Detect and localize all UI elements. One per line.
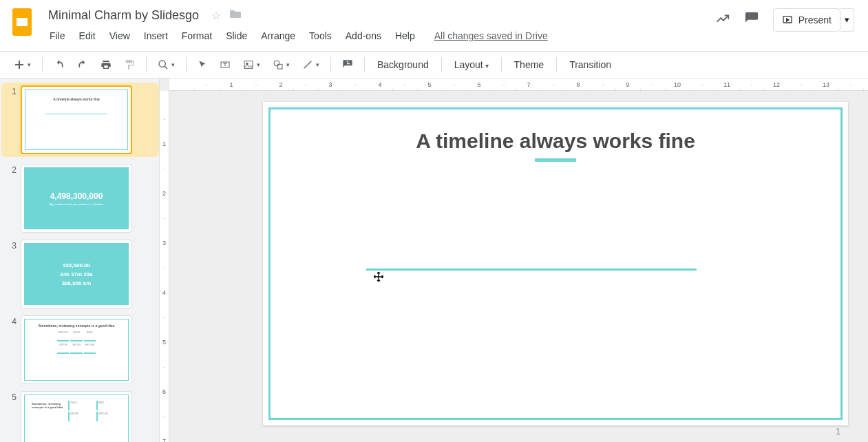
thumb-title: A timeline always works fine <box>53 97 100 101</box>
menu-addons[interactable]: Add-ons <box>340 28 387 44</box>
image-button[interactable] <box>237 55 266 74</box>
present-dropdown[interactable]: ▾ <box>840 8 854 32</box>
thumb-number: 4 <box>4 315 21 326</box>
separator <box>441 57 442 72</box>
separator <box>186 57 187 72</box>
thumb-bignum: 4,498,300,000 <box>50 191 103 201</box>
separator <box>364 57 365 72</box>
canvas-area[interactable]: ·1·2·3·4·5·6·7·8·9·10·11·12·13·14·15·16·… <box>160 78 868 442</box>
page-number: 1 <box>836 427 840 436</box>
comment-icon[interactable] <box>744 11 759 30</box>
svg-rect-12 <box>277 64 282 69</box>
thumb-line: 333,000.00 <box>63 262 90 269</box>
thumb-number: 2 <box>4 164 21 175</box>
activity-icon[interactable] <box>715 11 730 30</box>
thumb-cell: MARS <box>84 330 96 341</box>
menu-help[interactable]: Help <box>390 28 421 44</box>
menu-arrange[interactable]: Arrange <box>255 28 301 44</box>
menu-insert[interactable]: Insert <box>138 28 173 44</box>
save-status[interactable]: All changes saved in Drive <box>434 30 548 41</box>
thumb-title: Sometimes, reviewing concepts is a good … <box>39 324 115 328</box>
thumb-cell: VENUS <box>68 401 94 410</box>
new-slide-button[interactable] <box>8 55 36 74</box>
header-right: Present ▾ <box>715 6 860 32</box>
textbox-button[interactable] <box>214 55 236 74</box>
redo-button[interactable] <box>72 55 94 74</box>
separator <box>501 57 502 72</box>
star-icon[interactable]: ☆ <box>211 9 221 22</box>
ruler-vertical: ·1·2·3·4·5·6·7·8·9·10·11·12·13·14 <box>160 91 169 442</box>
thumb-number: 3 <box>4 240 21 251</box>
thumb-number: 1 <box>4 85 21 96</box>
thumb-cell: SATURN <box>68 412 94 421</box>
svg-marker-3 <box>786 19 788 21</box>
insert-comment-button[interactable] <box>337 55 359 74</box>
slide-title-text[interactable]: A timeline always works fine <box>263 129 848 153</box>
thumb-line: 386,000 km <box>62 280 92 286</box>
menu-view[interactable]: View <box>104 28 136 44</box>
slide-thumb-5[interactable]: 5 Sometimes, reviewing concepts is a goo… <box>4 391 159 442</box>
transition-button[interactable]: Transition <box>562 55 618 74</box>
separator <box>42 57 43 72</box>
zoom-button[interactable] <box>152 55 180 74</box>
toolbar: Background Layout Theme Transition <box>0 51 868 78</box>
separator <box>556 57 557 72</box>
thumb-title: Sometimes, reviewing concepts is a good … <box>29 399 67 412</box>
paint-format-button[interactable] <box>118 55 140 74</box>
menu-format[interactable]: Format <box>176 28 218 44</box>
move-cursor-icon <box>373 271 384 282</box>
layout-button[interactable]: Layout <box>447 55 496 74</box>
thumb-cell: JUPITER <box>57 343 69 354</box>
app-logo-icon[interactable] <box>8 6 36 39</box>
slide-border <box>268 107 843 420</box>
thumb-cell: VENUS <box>70 330 82 341</box>
slide-underline <box>535 158 576 162</box>
thumb-sub: Big numbers catch your audience's attent… <box>50 202 104 206</box>
undo-button[interactable] <box>48 55 70 74</box>
thumb-cell: NEPTUNE <box>96 412 123 421</box>
slide-thumb-4[interactable]: 4 Sometimes, reviewing concepts is a goo… <box>4 315 159 384</box>
header: Minimal Charm by Slidesgo ☆ File Edit Vi… <box>0 0 868 51</box>
menu-slide[interactable]: Slide <box>220 28 253 44</box>
select-tool-button[interactable] <box>192 56 213 74</box>
slide-canvas[interactable]: A timeline always works fine <box>263 102 848 425</box>
svg-line-13 <box>304 61 312 69</box>
menubar: File Edit View Insert Format Slide Arran… <box>44 28 715 44</box>
thumb-cell: MERCURY <box>57 330 69 341</box>
slide-thumb-3[interactable]: 3 333,000.00 24h 37m 23s 386,000 km <box>4 240 159 308</box>
slide-timeline-line[interactable] <box>366 269 697 271</box>
slide-thumb-1[interactable]: 1 A timeline always works fine <box>1 83 159 157</box>
thumb-cell: MARS <box>96 401 123 410</box>
present-label: Present <box>798 14 832 25</box>
ruler-horizontal: ·1·2·3·4·5·6·7·8·9·10·11·12·13·14·15·16·… <box>169 78 868 91</box>
thumb-number: 5 <box>4 391 21 402</box>
thumb-line: 24h 37m 23s <box>60 271 93 277</box>
shape-button[interactable] <box>267 55 295 74</box>
thumb-cell: NEPTUNE <box>84 343 96 354</box>
svg-line-5 <box>165 66 167 69</box>
folder-icon[interactable] <box>229 9 242 21</box>
svg-rect-1 <box>17 18 28 26</box>
menu-edit[interactable]: Edit <box>74 28 101 44</box>
theme-button[interactable]: Theme <box>507 55 551 74</box>
svg-point-11 <box>274 61 279 66</box>
thumb-cell: SATURN <box>70 343 82 354</box>
separator <box>146 57 147 72</box>
title-area: Minimal Charm by Slidesgo ☆ File Edit Vi… <box>44 6 715 44</box>
document-title[interactable]: Minimal Charm by Slidesgo <box>44 7 203 24</box>
line-button[interactable] <box>297 55 325 74</box>
menu-file[interactable]: File <box>44 28 71 44</box>
filmstrip[interactable]: 1 A timeline always works fine 2 4,498,3… <box>0 78 160 442</box>
workspace: 1 A timeline always works fine 2 4,498,3… <box>0 78 868 442</box>
background-button[interactable]: Background <box>370 55 436 74</box>
svg-point-4 <box>159 61 165 67</box>
print-button[interactable] <box>95 55 117 74</box>
menu-tools[interactable]: Tools <box>304 28 337 44</box>
svg-rect-9 <box>244 61 253 69</box>
slide-thumb-2[interactable]: 2 4,498,300,000 Big numbers catch your a… <box>4 164 159 233</box>
separator <box>330 57 331 72</box>
present-button[interactable]: Present <box>773 8 840 32</box>
